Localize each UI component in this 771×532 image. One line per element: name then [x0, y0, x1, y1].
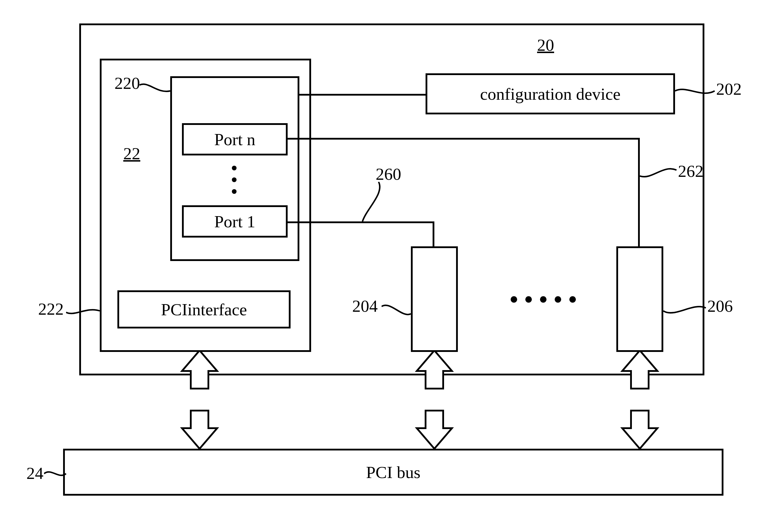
box-204 — [411, 246, 458, 352]
portn-label: Port n — [214, 130, 255, 149]
ref-262: 262 — [678, 161, 704, 181]
wire-portn-h — [287, 138, 640, 140]
ref-20: 20 — [537, 35, 554, 55]
svg-marker-5 — [622, 411, 657, 449]
box-portn: Port n — [182, 123, 287, 155]
leader-220 — [139, 82, 175, 103]
svg-marker-3 — [417, 411, 452, 449]
svg-marker-1 — [182, 411, 217, 449]
ref-260: 260 — [376, 164, 401, 184]
box-pciif: PCIinterface — [117, 290, 290, 328]
double-arrow-icon — [167, 350, 232, 452]
ref-22: 22 — [123, 144, 140, 163]
double-arrow-icon — [402, 350, 467, 452]
dots-icon — [232, 177, 236, 182]
ref-202: 202 — [716, 79, 742, 99]
leader-202 — [675, 85, 716, 100]
dots-icon — [232, 166, 236, 170]
box-pcibus: PCI bus — [63, 449, 723, 496]
leader-222 — [66, 305, 101, 320]
box-config: configuration device — [426, 73, 675, 114]
pciif-label: PCIinterface — [161, 300, 247, 319]
wire-220-config — [299, 94, 426, 96]
box-206 — [616, 246, 663, 352]
ref-222: 222 — [38, 299, 64, 319]
port1-label: Port 1 — [214, 212, 255, 231]
hdots-icon — [555, 296, 561, 303]
wire-port1-v — [433, 221, 435, 246]
ref-204: 204 — [352, 296, 378, 316]
svg-marker-4 — [622, 350, 657, 389]
leader-262 — [640, 164, 678, 182]
leader-24 — [44, 468, 67, 482]
pcibus-label: PCI bus — [366, 462, 420, 482]
hdots-icon — [569, 296, 576, 303]
svg-marker-0 — [182, 350, 217, 389]
hdots-icon — [540, 296, 547, 303]
config-label: configuration device — [480, 84, 621, 104]
leader-204 — [381, 302, 414, 323]
wire-portn-v — [638, 138, 640, 246]
ref-220: 220 — [114, 73, 140, 93]
svg-marker-2 — [417, 350, 452, 389]
hdots-icon — [511, 296, 517, 303]
box-port1: Port 1 — [182, 205, 287, 238]
dots-icon — [232, 189, 236, 194]
ref-24: 24 — [26, 463, 43, 483]
hdots-icon — [525, 296, 532, 303]
ref-206: 206 — [707, 296, 733, 316]
leader-206 — [663, 302, 707, 320]
leader-260 — [361, 182, 388, 223]
double-arrow-icon — [608, 350, 672, 452]
